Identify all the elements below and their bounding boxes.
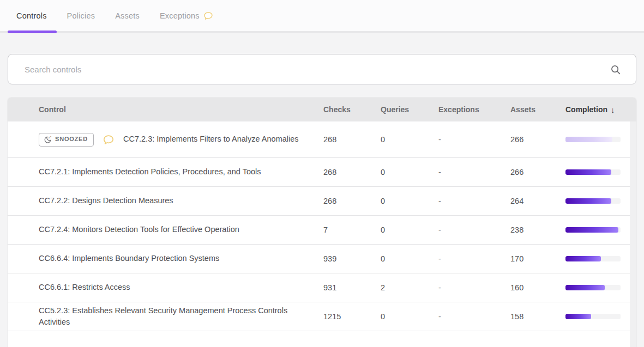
column-header-completion-label: Completion [565, 105, 607, 114]
completion-bar-fill [565, 227, 618, 233]
tab-exceptions-label: Exceptions [160, 11, 200, 20]
queries-value: 0 [381, 168, 438, 176]
control-name: CC5.2.3: Establishes Relevant Security M… [39, 305, 310, 328]
queries-value: 0 [381, 197, 438, 205]
search-icon[interactable] [610, 64, 622, 78]
column-header-control[interactable]: Control [8, 105, 323, 114]
snooze-icon: z z [44, 136, 52, 144]
tab-controls[interactable]: Controls [16, 11, 47, 20]
tab-policies[interactable]: Policies [67, 11, 95, 20]
checks-value: 939 [323, 254, 381, 263]
table-row[interactable]: CC5.2.3: Establishes Relevant Security M… [8, 302, 636, 331]
sort-desc-icon: ↓ [611, 105, 615, 114]
completion-bar [565, 198, 621, 204]
completion-bar-fill [565, 198, 611, 204]
column-header-checks[interactable]: Checks [323, 105, 381, 114]
table-header-row: Control Checks Queries Exceptions Assets… [8, 98, 636, 121]
column-header-exceptions[interactable]: Exceptions [438, 105, 510, 114]
comment-bubble-icon [203, 11, 213, 20]
column-header-assets[interactable]: Assets [510, 105, 565, 114]
exceptions-value: - [438, 283, 510, 292]
queries-value: 0 [381, 312, 438, 321]
controls-table: Control Checks Queries Exceptions Assets… [8, 98, 636, 347]
completion-bar [565, 169, 621, 175]
tab-assets-label: Assets [115, 11, 140, 20]
control-name: CC7.2.3: Implements Filters to Analyze A… [123, 133, 299, 145]
tab-bar: Controls Policies Assets Exceptions [0, 0, 644, 33]
assets-value: 266 [510, 135, 565, 144]
assets-value: 158 [510, 312, 565, 321]
table-row[interactable]: z z SNOOZED CC7.2.3: Implements Filters … [8, 121, 636, 158]
search-box [8, 54, 636, 84]
exceptions-value: - [438, 197, 510, 205]
table-body: z z SNOOZED CC7.2.3: Implements Filters … [8, 121, 636, 338]
table-row[interactable]: CC7.2.4: Monitors Detection Tools for Ef… [8, 216, 636, 245]
exceptions-value: - [438, 135, 510, 144]
table-row[interactable]: CC6.6.4: Implements Boundary Protection … [8, 245, 636, 273]
queries-value: 0 [381, 226, 438, 234]
tab-assets[interactable]: Assets [115, 11, 140, 20]
queries-value: 2 [381, 283, 438, 292]
snoozed-badge: z z SNOOZED [39, 133, 94, 147]
exceptions-value: - [438, 226, 510, 234]
row-comment-icon[interactable] [103, 135, 115, 145]
control-name: CC6.6.1: Restricts Access [39, 282, 130, 293]
completion-bar [565, 314, 621, 319]
exceptions-value: - [438, 168, 510, 176]
assets-value: 160 [510, 283, 565, 292]
tab-exceptions[interactable]: Exceptions [160, 11, 213, 20]
queries-value: 0 [381, 135, 438, 144]
table-row[interactable]: CC6.6.1: Restricts Access 931 2 - 160 [8, 273, 636, 302]
control-name: CC7.2.4: Monitors Detection Tools for Ef… [39, 224, 239, 235]
assets-value: 266 [510, 168, 565, 176]
svg-text:z: z [50, 136, 51, 138]
checks-value: 268 [323, 135, 381, 144]
completion-bar [565, 227, 621, 233]
completion-bar [565, 256, 621, 261]
completion-bar-fill [565, 137, 612, 142]
table-row-partial [8, 331, 636, 338]
exceptions-value: - [438, 254, 510, 263]
exceptions-value: - [438, 312, 510, 321]
table-row[interactable]: CC7.2.1: Implements Detection Policies, … [8, 158, 636, 187]
assets-value: 238 [510, 226, 565, 234]
table-row[interactable]: CC7.2.2: Designs Detection Measures 268 … [8, 187, 636, 216]
active-tab-indicator [8, 31, 57, 33]
checks-value: 268 [323, 197, 381, 205]
checks-value: 1215 [323, 312, 381, 321]
checks-value: 931 [323, 283, 381, 292]
tab-policies-label: Policies [67, 11, 95, 20]
completion-bar-fill [565, 169, 611, 175]
tab-controls-label: Controls [16, 11, 47, 20]
snoozed-badge-label: SNOOZED [55, 135, 88, 144]
control-name: CC7.2.1: Implements Detection Policies, … [39, 166, 261, 178]
assets-value: 170 [510, 254, 565, 263]
completion-bar [565, 285, 621, 290]
assets-value: 264 [510, 197, 565, 205]
column-header-queries[interactable]: Queries [381, 105, 438, 114]
completion-bar [565, 137, 621, 142]
checks-value: 7 [323, 226, 381, 234]
table-scrollbar-track[interactable] [630, 121, 636, 347]
completion-bar-fill [565, 314, 591, 319]
control-name: CC6.6.4: Implements Boundary Protection … [39, 253, 219, 264]
checks-value: 268 [323, 168, 381, 176]
search-input[interactable] [8, 65, 636, 74]
tab-track [0, 31, 644, 33]
queries-value: 0 [381, 254, 438, 263]
completion-bar-fill [565, 285, 605, 290]
completion-bar-fill [565, 256, 601, 261]
control-name: CC7.2.2: Designs Detection Measures [39, 195, 173, 206]
column-header-completion[interactable]: Completion ↓ [565, 105, 630, 114]
